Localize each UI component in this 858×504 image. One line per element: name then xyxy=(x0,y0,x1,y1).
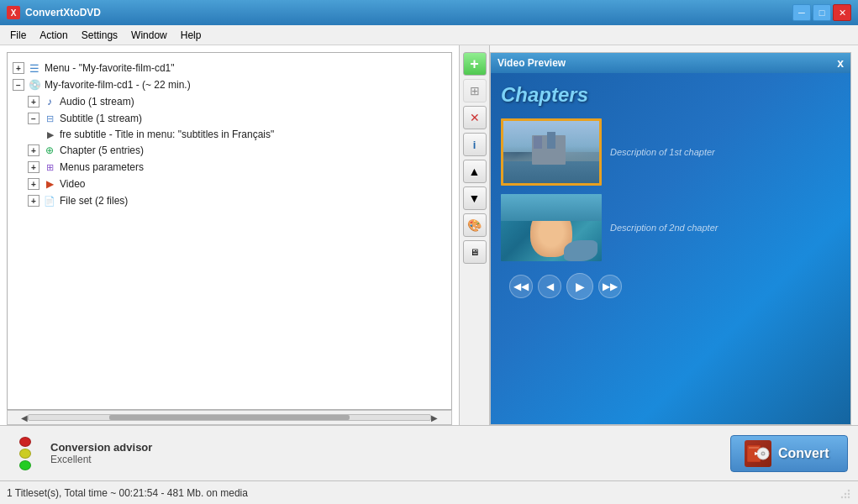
light-green xyxy=(19,460,31,470)
prev-button[interactable]: ◀ xyxy=(538,275,561,298)
next-button[interactable]: ▶▶ xyxy=(598,275,622,298)
expand-icon-3[interactable]: − xyxy=(28,113,39,124)
tree-item-chapter[interactable]: + ⊕ Chapter (5 entries) xyxy=(11,142,448,159)
preview-body: Chapters Description of 1st chapter xyxy=(491,73,850,424)
app-icon: X xyxy=(7,6,20,19)
menu-help[interactable]: Help xyxy=(174,28,208,43)
subtitle-icon: ⊟ xyxy=(43,112,56,125)
grid-button[interactable]: ⊞ xyxy=(463,79,487,102)
tree-label-5: Chapter (5 entries) xyxy=(60,144,144,156)
fileset-icon: 📄 xyxy=(43,194,56,207)
light-red xyxy=(19,437,31,447)
expand-icon-6[interactable]: + xyxy=(28,161,39,173)
expand-icon-8[interactable]: + xyxy=(28,195,39,207)
grid-icon: ⊞ xyxy=(470,84,480,97)
add-icon: + xyxy=(470,55,479,73)
tree-item-disc[interactable]: − 💿 My-favorite-film-cd1 - (~ 22 min.) xyxy=(11,76,448,93)
thumb-water-1 xyxy=(503,161,599,183)
down-arrow-icon: ▼ xyxy=(469,192,481,205)
preview-header: Video Preview x xyxy=(491,53,850,73)
status-text: 1 Titleset(s), Total time ~ 00:21:54 - 4… xyxy=(7,487,248,499)
screen-icon: 🖥 xyxy=(470,247,479,257)
chapter-icon: ⊕ xyxy=(43,144,56,157)
chapter-thumb-img-1 xyxy=(503,121,599,183)
svg-point-4 xyxy=(762,453,764,454)
info-button[interactable]: i xyxy=(463,133,487,156)
horizontal-scrollbar[interactable]: ◀ ▶ xyxy=(7,410,452,425)
svg-rect-1 xyxy=(749,447,759,449)
tree-item-menus-params[interactable]: + ⊞ Menus parameters xyxy=(11,159,448,176)
scroll-left-arrow[interactable]: ◀ xyxy=(21,413,28,423)
expand-icon-5[interactable]: + xyxy=(28,144,39,156)
menu-bar: File Action Settings Window Help xyxy=(0,25,858,45)
expand-icon-1[interactable]: − xyxy=(13,79,24,91)
main-content: + ☰ Menu - "My-favorite-film-cd1" − 💿 My… xyxy=(0,45,858,425)
remove-icon: ✕ xyxy=(470,111,480,124)
tree-item-fre-subtitle[interactable]: ▶ fre subtitle - Title in menu: "subtitl… xyxy=(11,127,448,142)
chapters-title: Chapters xyxy=(501,83,588,107)
scroll-thumb[interactable] xyxy=(109,415,350,420)
menu-settings[interactable]: Settings xyxy=(75,28,124,43)
up-arrow-icon: ▲ xyxy=(469,165,481,178)
remove-button[interactable]: ✕ xyxy=(463,106,487,129)
prev-prev-button[interactable]: ◀◀ xyxy=(509,275,533,298)
tree-label-7: Video xyxy=(60,178,85,190)
tree-label-6: Menus parameters xyxy=(60,161,144,173)
color-icon: 🎨 xyxy=(467,218,482,232)
minimize-button[interactable]: ─ xyxy=(792,4,811,21)
chapter-thumb-1[interactable] xyxy=(501,118,602,186)
menu-window[interactable]: Window xyxy=(124,28,174,43)
tree-item-fileset[interactable]: + 📄 File set (2 files) xyxy=(11,192,448,209)
tree-container[interactable]: + ☰ Menu - "My-favorite-film-cd1" − 💿 My… xyxy=(7,52,452,410)
add-button[interactable]: + xyxy=(463,52,487,76)
scroll-track[interactable] xyxy=(28,414,431,421)
chapter-entry-2: Description of 2nd chapter xyxy=(501,194,840,261)
tree-item-menu[interactable]: + ☰ Menu - "My-favorite-film-cd1" xyxy=(11,60,448,76)
convert-icon xyxy=(745,440,771,467)
tree-item-video[interactable]: + ▶ Video xyxy=(11,176,448,192)
chapter-thumb-2[interactable] xyxy=(501,194,602,261)
tree-label-4: fre subtitle - Title in menu: "subtitles… xyxy=(60,129,274,140)
nav-buttons: ◀◀ ◀ ▶ ▶▶ xyxy=(501,273,622,300)
thumb-dolphin xyxy=(564,240,597,261)
tree-label-0: Menu - "My-favorite-film-cd1" xyxy=(45,62,175,74)
status-bar: 1 Titleset(s), Total time ~ 00:21:54 - 4… xyxy=(0,480,858,504)
menu-file[interactable]: File xyxy=(3,28,33,43)
advisor-status: Excellent xyxy=(50,454,152,465)
light-yellow xyxy=(19,449,31,459)
expand-icon-0[interactable]: + xyxy=(13,62,24,74)
move-up-button[interactable]: ▲ xyxy=(463,160,487,183)
disc-icon: 💿 xyxy=(28,78,41,92)
screen-button[interactable]: 🖥 xyxy=(463,240,487,264)
menu-icon: ☰ xyxy=(28,61,41,75)
maximize-button[interactable]: □ xyxy=(813,4,831,21)
chapter-desc-1: Description of 1st chapter xyxy=(610,147,715,157)
tree-item-audio[interactable]: + ♪ Audio (1 stream) xyxy=(11,93,448,110)
convert-button[interactable]: Convert xyxy=(730,435,848,472)
right-toolbar: + ⊞ ✕ i ▲ ▼ 🎨 🖥 xyxy=(460,45,490,425)
close-button[interactable]: ✕ xyxy=(833,4,851,21)
resize-grip xyxy=(838,486,851,500)
color-button[interactable]: 🎨 xyxy=(463,213,487,237)
preview-close-button[interactable]: x xyxy=(837,56,844,70)
chapter-entry-1: Description of 1st chapter xyxy=(501,118,840,186)
move-down-button[interactable]: ▼ xyxy=(463,186,487,210)
tree-item-subtitle[interactable]: − ⊟ Subtitle (1 stream) xyxy=(11,110,448,127)
convert-dvd-icon xyxy=(746,442,770,465)
video-preview-panel: Video Preview x Chapters xyxy=(490,52,851,425)
svg-point-8 xyxy=(848,492,850,494)
expand-icon-2[interactable]: + xyxy=(28,96,39,108)
menu-action[interactable]: Action xyxy=(33,28,74,43)
svg-point-10 xyxy=(845,492,846,494)
advisor-icon xyxy=(10,437,40,470)
play-button[interactable]: ▶ xyxy=(566,273,593,300)
advisor-text: Conversion advisor Excellent xyxy=(50,441,152,465)
window-controls: ─ □ ✕ xyxy=(792,4,851,21)
tree-label-8: File set (2 files) xyxy=(60,195,128,207)
preview-title: Video Preview xyxy=(497,57,566,69)
scroll-right-arrow[interactable]: ▶ xyxy=(431,413,438,423)
expand-icon-7[interactable]: + xyxy=(28,178,39,190)
info-icon: i xyxy=(473,139,476,151)
params-icon: ⊞ xyxy=(43,160,56,174)
title-bar: X ConvertXtoDVD ─ □ ✕ xyxy=(0,0,858,25)
